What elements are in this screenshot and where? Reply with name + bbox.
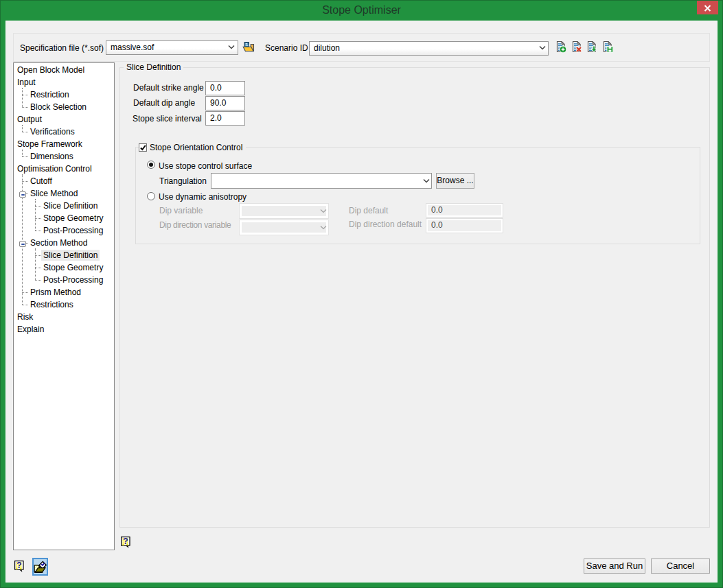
svg-text:?: ? (123, 537, 128, 546)
svg-text:?: ? (16, 561, 21, 570)
